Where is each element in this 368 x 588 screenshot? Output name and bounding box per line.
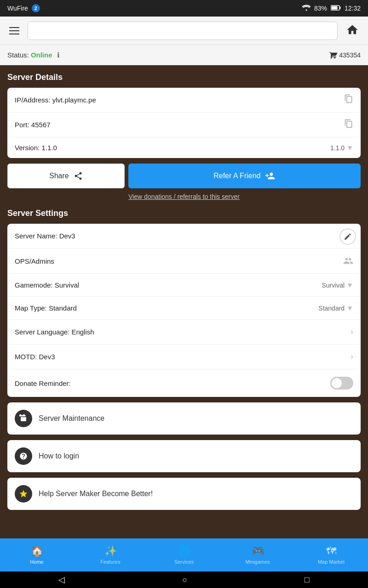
help-server-card[interactable]: Help Server Maker Become Better! (7, 478, 361, 510)
refer-friend-button[interactable]: Refer A Friend (128, 164, 361, 188)
port-row: Port: 45567 (7, 113, 361, 137)
map-type-dropdown[interactable]: Standard ▼ (318, 304, 353, 312)
nav-home-label: Home (30, 559, 43, 565)
server-details-card: IP/Address: ylvt.playmc.pe Port: 45567 (7, 88, 361, 158)
server-maintenance-card[interactable]: Server Maintenance (7, 402, 361, 435)
motd-chevron: › (351, 352, 353, 362)
main-content: Server Details IP/Address: ylvt.playmc.p… (0, 65, 368, 523)
server-settings-card: Server Name: Dev3 › OPS/Admins Gamemode:… (7, 224, 361, 397)
cart-number: 435354 (339, 51, 361, 59)
home-button[interactable] (342, 20, 362, 41)
top-app-bar: Dev3 ▼ (0, 17, 368, 45)
nav-features-label: Features (100, 559, 120, 565)
ops-admins-row[interactable]: OPS/Admins (7, 249, 361, 274)
app-name: WuFire (7, 5, 28, 12)
port-label: Port: 45567 (15, 121, 51, 129)
motd-row[interactable]: MOTD: Dev3 › (7, 345, 361, 369)
battery-text: 83% (314, 5, 327, 12)
map-type-row[interactable]: Map Type: Standard Standard ▼ (7, 297, 361, 320)
android-nav-bar: ◁ ○ □ (0, 571, 368, 588)
gamemode-label: Gamemode: Survival (15, 281, 79, 289)
version-dropdown[interactable]: 1.1.0 ▼ (330, 144, 353, 152)
nav-map-market-icon: 🗺 (326, 545, 336, 557)
home-nav-button[interactable]: ○ (173, 571, 196, 588)
map-type-label: Map Type: Standard (15, 304, 77, 312)
donate-reminder-label: Donate Reminder: (15, 379, 71, 387)
status-label: Status: (7, 51, 29, 59)
nav-features[interactable]: ✨ Features (74, 538, 147, 571)
nav-features-icon: ✨ (104, 545, 117, 557)
view-donations-link[interactable]: View donations / referrals to this serve… (7, 193, 361, 200)
hamburger-menu[interactable] (6, 23, 23, 38)
motd-label: MOTD: Dev3 (15, 353, 55, 361)
question-icon-circle (15, 447, 32, 465)
wifi-icon (302, 5, 310, 12)
ip-value: ylvt.playmc.pe (52, 96, 96, 104)
version-row: Version: 1.1.0 1.1.0 ▼ (7, 137, 361, 158)
map-type-value: Standard (318, 305, 345, 312)
map-type-chevron-icon: ▼ (346, 304, 353, 312)
ip-label: IP/Address: ylvt.playmc.pe (15, 96, 96, 104)
info-icon[interactable]: ℹ (57, 51, 60, 59)
dropdown-chevron: ▼ (324, 27, 332, 35)
nav-services[interactable]: 🌐 Services (147, 538, 221, 571)
donate-reminder-row: Donate Reminder: (7, 369, 361, 397)
notification-badge: 2 (32, 4, 40, 12)
cart-info: 435354 (329, 51, 361, 59)
status-bar-right: 83% 12:32 (302, 5, 361, 12)
how-to-login-label: How to login (39, 452, 79, 460)
nav-services-label: Services (174, 559, 194, 565)
help-server-label: Help Server Maker Become Better! (39, 490, 153, 498)
donate-reminder-toggle[interactable] (330, 377, 353, 390)
nav-minigames-label: Minigames (245, 559, 270, 565)
server-settings-title: Server Settings (7, 209, 361, 218)
bottom-navigation: 🏠 Home ✨ Features 🌐 Services 🎮 Minigames… (0, 538, 368, 571)
star-icon-circle (15, 485, 32, 503)
nav-services-icon: 🌐 (178, 545, 190, 557)
server-name-label: Server Name: Dev3 (15, 232, 75, 240)
svg-rect-2 (339, 6, 340, 9)
version-chevron-icon: ▼ (346, 144, 353, 152)
server-language-row[interactable]: Server Language: English › (7, 320, 361, 345)
language-chevron: › (351, 327, 353, 337)
nav-map-market-label: Map Market (318, 559, 345, 565)
battery-icon (331, 5, 341, 12)
selected-server: Dev3 (34, 27, 51, 35)
version-value: 1.1.0 (41, 144, 57, 152)
status-value: Online (31, 51, 52, 59)
recents-button[interactable]: □ (295, 571, 319, 588)
maintenance-icon-circle (15, 410, 32, 427)
edit-icon[interactable] (339, 228, 356, 245)
gamemode-row[interactable]: Gamemode: Survival Survival ▼ (7, 274, 361, 297)
time: 12:32 (345, 5, 361, 12)
share-button[interactable]: Share (7, 164, 125, 188)
nav-minigames-icon: 🎮 (252, 545, 264, 557)
ip-copy-icon[interactable] (344, 94, 353, 106)
gamemode-dropdown[interactable]: Survival ▼ (322, 281, 353, 289)
status-bar-left: WuFire 2 (7, 4, 40, 12)
status-row: Status: Online ℹ 435354 (0, 45, 368, 65)
nav-map-market[interactable]: 🗺 Map Market (294, 538, 368, 571)
nav-home[interactable]: 🏠 Home (0, 538, 74, 571)
version-label: Version: 1.1.0 (15, 144, 57, 152)
refer-label: Refer A Friend (213, 172, 260, 180)
port-copy-icon[interactable] (344, 119, 353, 130)
maintenance-label: Server Maintenance (39, 414, 104, 423)
server-name-row[interactable]: Server Name: Dev3 › (7, 224, 361, 249)
server-language-label: Server Language: English (15, 328, 94, 336)
share-label: Share (49, 172, 69, 180)
ip-address-row: IP/Address: ylvt.playmc.pe (7, 88, 361, 113)
status-bar: WuFire 2 83% 12:32 (0, 0, 368, 17)
nav-home-icon: 🏠 (31, 545, 43, 557)
nav-minigames[interactable]: 🎮 Minigames (221, 538, 294, 571)
gamemode-chevron-icon: ▼ (346, 281, 353, 289)
server-status: Status: Online ℹ (7, 51, 60, 59)
how-to-login-card[interactable]: How to login (7, 440, 361, 472)
port-value: 45567 (31, 121, 51, 129)
server-dropdown[interactable]: Dev3 ▼ (28, 22, 338, 40)
ops-label: OPS/Admins (15, 257, 54, 265)
svg-rect-1 (331, 6, 337, 9)
action-buttons: Share Refer A Friend (7, 164, 361, 188)
back-button[interactable]: ◁ (49, 571, 74, 588)
version-dropdown-value: 1.1.0 (330, 144, 345, 152)
